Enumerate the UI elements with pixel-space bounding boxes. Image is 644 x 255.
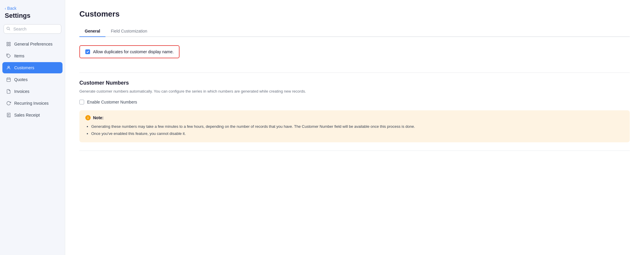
sidebar-item-label: Quotes <box>14 77 28 82</box>
calendar-icon <box>6 77 11 82</box>
sidebar-item-customers[interactable]: Customers <box>2 62 63 73</box>
customer-numbers-desc: Generate customer numbers automatically.… <box>79 88 630 94</box>
refresh-icon <box>6 101 11 106</box>
back-label: Back <box>7 6 16 11</box>
note-bullet-1: Generating these numbers may take a few … <box>91 123 624 130</box>
tabs-bar: General Field Customization <box>79 26 630 37</box>
chevron-left-icon: ‹ <box>5 6 6 11</box>
tag-icon <box>6 53 11 59</box>
allow-duplicates-label: Allow duplicates for customer display na… <box>93 49 174 54</box>
tab-general[interactable]: General <box>79 26 105 37</box>
note-header: i Note: <box>85 115 624 120</box>
svg-rect-8 <box>7 78 10 82</box>
main-content: Customers General Field Customization Al… <box>65 0 644 255</box>
svg-rect-3 <box>9 42 10 44</box>
settings-title: Settings <box>0 12 65 24</box>
section-divider <box>79 72 630 73</box>
sidebar-item-label: Customers <box>14 65 34 70</box>
receipt-icon <box>6 112 11 118</box>
enable-customer-numbers-checkbox[interactable] <box>79 100 84 104</box>
svg-rect-5 <box>9 44 10 46</box>
search-icon <box>6 27 10 32</box>
search-container <box>4 24 61 34</box>
customer-numbers-title: Customer Numbers <box>79 80 630 86</box>
page-title: Customers <box>79 9 630 19</box>
sidebar-item-label: Invoices <box>14 89 29 94</box>
customer-numbers-section: Customer Numbers Generate customer numbe… <box>79 80 630 142</box>
svg-rect-4 <box>7 44 8 46</box>
back-link[interactable]: ‹ Back <box>0 6 65 12</box>
sidebar-item-label: Recurring Invoices <box>14 101 49 106</box>
svg-point-7 <box>8 66 9 68</box>
sidebar-item-label: General Preferences <box>14 42 52 46</box>
bottom-divider <box>79 151 630 151</box>
enable-customer-numbers-row: Enable Customer Numbers <box>79 100 630 104</box>
grid-icon <box>6 41 11 47</box>
note-header-label: Note: <box>93 115 104 120</box>
note-list: Generating these numbers may take a few … <box>85 123 624 137</box>
sidebar-item-invoices[interactable]: Invoices <box>2 86 63 97</box>
svg-point-0 <box>7 27 9 30</box>
note-bullet-2: Once you've enabled this feature, you ca… <box>91 130 624 137</box>
allow-duplicates-row: Allow duplicates for customer display na… <box>79 45 180 58</box>
sidebar-item-sales-receipt[interactable]: Sales Receipt <box>2 109 63 121</box>
tab-field-customization[interactable]: Field Customization <box>105 26 153 37</box>
sidebar: ‹ Back Settings General Preferences <box>0 0 65 255</box>
sidebar-nav: General Preferences Items Customers <box>0 38 65 121</box>
info-icon: i <box>85 115 91 120</box>
search-input[interactable] <box>4 24 61 34</box>
sidebar-item-general-preferences[interactable]: General Preferences <box>2 38 63 50</box>
enable-customer-numbers-label: Enable Customer Numbers <box>87 100 137 104</box>
note-box: i Note: Generating these numbers may tak… <box>79 110 630 142</box>
allow-duplicates-checkbox[interactable] <box>85 49 90 54</box>
sidebar-item-label: Items <box>14 54 24 58</box>
user-icon <box>6 65 11 70</box>
sidebar-item-quotes[interactable]: Quotes <box>2 74 63 85</box>
svg-point-6 <box>7 55 8 55</box>
sidebar-item-recurring-invoices[interactable]: Recurring Invoices <box>2 98 63 109</box>
svg-rect-2 <box>7 42 8 44</box>
svg-line-1 <box>9 29 10 30</box>
file-icon <box>6 89 11 94</box>
sidebar-item-items[interactable]: Items <box>2 50 63 62</box>
sidebar-item-label: Sales Receipt <box>14 113 40 117</box>
